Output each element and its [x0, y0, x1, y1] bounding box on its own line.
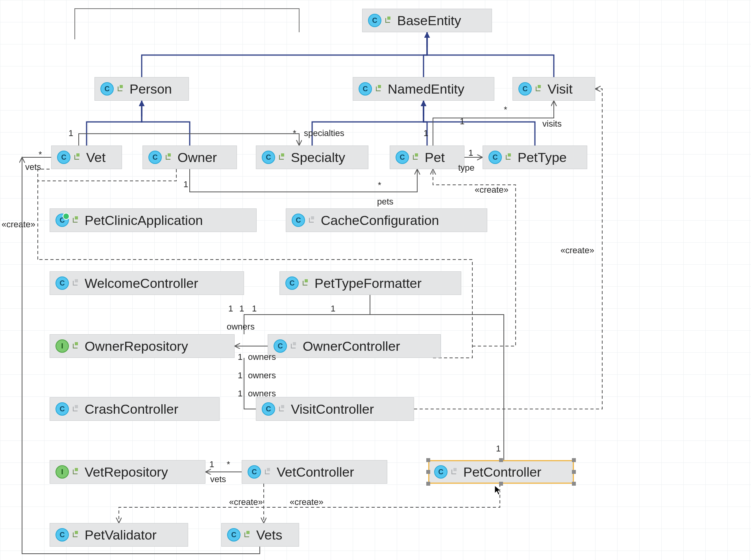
class-icon: C: [359, 82, 372, 96]
class-node-vetRepo[interactable]: IVetRepository: [50, 460, 205, 484]
class-label: OwnerController: [303, 339, 400, 354]
class-node-ownerRepo[interactable]: IOwnerRepository: [50, 334, 235, 358]
class-node-vetCtrl[interactable]: CVetController: [242, 460, 387, 484]
visibility-icon: [244, 532, 251, 538]
class-node-pet[interactable]: CPet: [390, 146, 464, 169]
selection-handle[interactable]: [426, 482, 430, 486]
visibility-icon: [385, 17, 392, 24]
edge-label: 1: [228, 304, 233, 314]
visibility-icon: [265, 469, 271, 475]
class-label: CacheConfiguration: [321, 213, 439, 228]
class-node-person[interactable]: CPerson: [94, 77, 189, 101]
class-node-petValidator[interactable]: CPetValidator: [50, 523, 188, 547]
class-label: VisitController: [291, 402, 374, 417]
class-icon: C: [57, 151, 70, 164]
class-label: CrashController: [85, 402, 178, 417]
class-node-vets[interactable]: CVets: [221, 523, 299, 547]
edge-label: vets: [25, 162, 41, 172]
class-label: Specialty: [291, 150, 345, 165]
class-label: Owner: [178, 150, 217, 165]
edge-label: 1: [238, 352, 242, 362]
selection-handle[interactable]: [426, 458, 430, 462]
diagram-canvas[interactable]: CBaseEntityCPersonCNamedEntityCVisitCVet…: [0, 0, 751, 560]
edge-label: «create»: [560, 245, 594, 256]
class-node-owner[interactable]: COwner: [142, 146, 237, 169]
visibility-icon: [73, 280, 79, 286]
edge-label: owners: [227, 322, 255, 332]
visibility-icon: [451, 469, 458, 475]
class-icon: C: [262, 151, 275, 164]
edge-label: vets: [210, 474, 226, 484]
visibility-icon: [73, 469, 79, 475]
class-label: Person: [129, 81, 172, 97]
class-node-cacheConfig[interactable]: CCacheConfiguration: [286, 208, 487, 232]
selection-handle[interactable]: [499, 482, 503, 486]
class-label: PetClinicApplication: [85, 213, 203, 228]
visibility-icon: [536, 86, 542, 92]
edge-label: «create»: [2, 219, 35, 230]
edge-label: specialties: [304, 128, 344, 138]
selection-handle[interactable]: [572, 482, 576, 486]
class-label: Vet: [86, 150, 105, 165]
visibility-icon: [73, 217, 79, 223]
edge-label: *: [504, 105, 507, 115]
class-node-visit[interactable]: CVisit: [512, 77, 595, 101]
class-icon: C: [100, 82, 114, 96]
class-icon: C: [518, 82, 532, 96]
class-node-petClinicApp[interactable]: CPetClinicApplication: [50, 208, 257, 232]
visibility-icon: [279, 154, 285, 160]
visibility-icon: [166, 154, 172, 160]
class-label: NamedEntity: [388, 81, 464, 97]
class-node-vet[interactable]: CVet: [51, 146, 122, 169]
class-icon: C: [434, 465, 448, 479]
class-label: Vets: [256, 527, 282, 543]
class-node-petTypeFmt[interactable]: CPetTypeFormatter: [279, 271, 461, 295]
edge-label: 1: [468, 148, 473, 158]
edge-label: 1: [238, 370, 242, 381]
class-node-visitCtrl[interactable]: CVisitController: [256, 397, 414, 421]
class-node-baseEntity[interactable]: CBaseEntity: [362, 9, 492, 32]
interface-icon: I: [55, 465, 69, 479]
visibility-icon: [291, 343, 297, 349]
visibility-icon: [74, 154, 81, 160]
class-label: BaseEntity: [397, 13, 461, 28]
edge-label: 1: [239, 304, 244, 314]
interface-icon: I: [55, 339, 69, 353]
visibility-icon: [73, 343, 79, 349]
visibility-icon: [303, 280, 309, 286]
selection-handle[interactable]: [572, 458, 576, 462]
class-node-namedEntity[interactable]: CNamedEntity: [353, 77, 494, 101]
class-icon: C: [274, 339, 287, 353]
visibility-icon: [506, 154, 512, 160]
edge-label: 1: [460, 116, 464, 127]
selection-handle[interactable]: [499, 458, 503, 462]
edge-label: 1: [68, 128, 73, 138]
class-node-welcomeCtrl[interactable]: CWelcomeController: [50, 271, 244, 295]
visibility-icon: [279, 406, 285, 412]
selection-handle[interactable]: [426, 470, 430, 474]
class-icon: C: [55, 276, 69, 290]
edge-label: *: [293, 128, 296, 138]
class-node-petCtrl[interactable]: CPetController: [428, 460, 574, 484]
class-node-petType[interactable]: CPetType: [483, 146, 587, 169]
class-label: PetType: [518, 150, 567, 165]
class-icon: C: [368, 14, 381, 27]
edge-label: visits: [542, 119, 562, 129]
class-icon: C: [262, 402, 275, 416]
class-node-ownerCtrl[interactable]: COwnerController: [268, 334, 441, 358]
edge-label: 1: [424, 128, 428, 138]
selection-handle[interactable]: [572, 470, 576, 474]
class-node-specialty[interactable]: CSpecialty: [256, 146, 368, 169]
edge-label: 1: [496, 444, 501, 454]
class-node-crashCtrl[interactable]: CCrashController: [50, 397, 220, 421]
edge-label: «create»: [229, 497, 263, 507]
visibility-icon: [73, 406, 79, 412]
edge-label: 1: [252, 304, 257, 314]
class-label: VetRepository: [85, 464, 168, 480]
visibility-icon: [118, 86, 124, 92]
class-icon: C: [292, 214, 305, 227]
class-label: Pet: [425, 150, 445, 165]
class-icon: C: [285, 276, 299, 290]
class-icon: C: [227, 528, 240, 542]
class-label: PetValidator: [85, 527, 157, 543]
